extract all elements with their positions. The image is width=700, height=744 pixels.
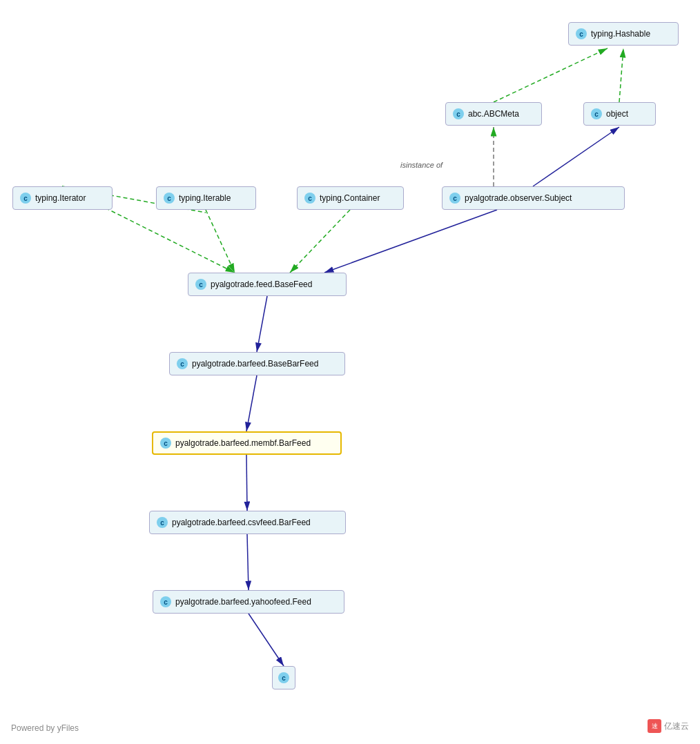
label-barfeed-membf: pyalgotrade.barfeed.membf.BarFeed <box>175 438 311 448</box>
label-typing-iterable: typing.Iterable <box>179 193 231 203</box>
svg-line-11 <box>246 455 247 511</box>
label-barfeed-yahoofeed: pyalgotrade.barfeed.yahoofeed.Feed <box>175 597 311 607</box>
class-icon-typing-iterator: c <box>20 193 31 204</box>
node-feed-basefeed[interactable]: c pyalgotrade.feed.BaseFeed <box>188 273 347 296</box>
label-feed-basefeed: pyalgotrade.feed.BaseFeed <box>211 280 312 289</box>
label-typing-container: typing.Container <box>320 193 380 203</box>
isinstance-label: isinstance of <box>400 161 443 169</box>
node-barfeed-membf[interactable]: c pyalgotrade.barfeed.membf.BarFeed <box>152 431 342 455</box>
node-abc-abcmeta[interactable]: c abc.ABCMeta <box>445 102 542 126</box>
footer-right: 速 亿速云 <box>648 719 689 733</box>
label-abc-abcmeta: abc.ABCMeta <box>468 109 519 119</box>
svg-line-9 <box>257 296 267 352</box>
class-icon-abc-abcmeta: c <box>453 108 464 119</box>
svg-line-8 <box>324 210 497 273</box>
class-icon-object: c <box>591 108 602 119</box>
footer-left: Powered by yFiles <box>11 723 79 733</box>
node-unknown-class[interactable]: c <box>272 666 295 689</box>
node-barfeed-csvfeed[interactable]: c pyalgotrade.barfeed.csvfeed.BarFeed <box>149 511 346 534</box>
class-icon-typing-hashable: c <box>576 28 587 39</box>
logo-icon: 速 <box>648 719 661 733</box>
class-icon-barfeed-membf: c <box>160 438 171 449</box>
class-icon-typing-container: c <box>304 193 315 204</box>
class-icon-barfeed-csvfeed: c <box>157 517 168 528</box>
svg-line-13 <box>249 614 284 666</box>
node-typing-iterator[interactable]: c typing.Iterator <box>12 186 113 210</box>
diagram-container: isinstance of c typing.Hashable c abc.AB… <box>0 0 700 744</box>
node-typing-iterable[interactable]: c typing.Iterable <box>156 186 256 210</box>
svg-line-6 <box>206 210 235 273</box>
node-object[interactable]: c object <box>583 102 656 126</box>
class-icon-typing-iterable: c <box>164 193 175 204</box>
node-barfeed-yahoofeed[interactable]: c pyalgotrade.barfeed.yahoofeed.Feed <box>153 590 344 614</box>
label-object: object <box>606 109 628 119</box>
class-icon-unknown: c <box>278 672 289 683</box>
label-typing-iterator: typing.Iterator <box>35 193 86 203</box>
label-observer-subject: pyalgotrade.observer.Subject <box>465 193 572 203</box>
svg-line-2 <box>533 127 619 186</box>
class-icon-observer-subject: c <box>449 193 460 204</box>
svg-line-0 <box>619 48 623 102</box>
node-barfeed-basebarfeed[interactable]: c pyalgotrade.barfeed.BaseBarFeed <box>169 352 345 375</box>
node-typing-container[interactable]: c typing.Container <box>297 186 404 210</box>
svg-line-12 <box>247 534 249 590</box>
class-icon-barfeed-basebarfeed: c <box>177 358 188 369</box>
label-barfeed-csvfeed: pyalgotrade.barfeed.csvfeed.BarFeed <box>172 518 311 527</box>
node-observer-subject[interactable]: c pyalgotrade.observer.Subject <box>442 186 625 210</box>
label-typing-hashable: typing.Hashable <box>591 29 650 39</box>
footer-powered-by: Powered by yFiles <box>11 723 79 733</box>
class-icon-feed-basefeed: c <box>195 279 206 290</box>
svg-line-7 <box>290 210 350 273</box>
footer-brand: 亿速云 <box>664 721 689 732</box>
node-typing-hashable[interactable]: c typing.Hashable <box>568 22 679 46</box>
svg-line-10 <box>246 375 257 431</box>
label-barfeed-basebarfeed: pyalgotrade.barfeed.BaseBarFeed <box>192 359 318 369</box>
class-icon-barfeed-yahoofeed: c <box>160 596 171 607</box>
svg-line-1 <box>494 48 607 102</box>
